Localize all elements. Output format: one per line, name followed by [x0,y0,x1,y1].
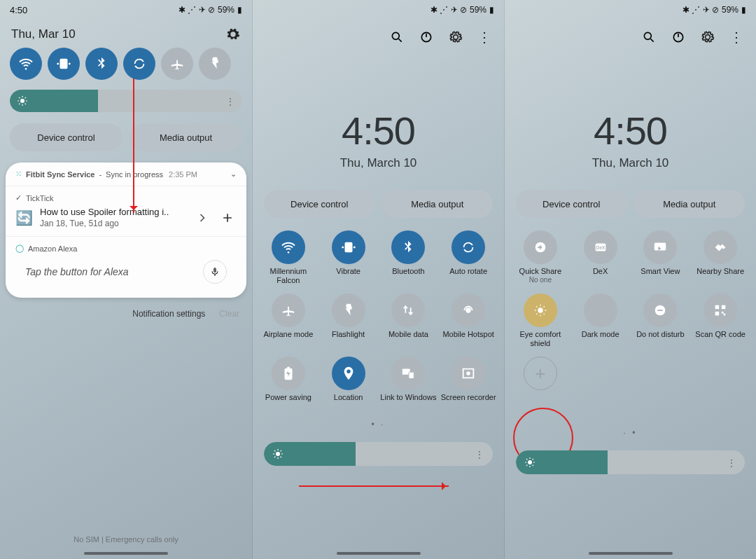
scanqr-icon [704,294,737,327]
brightness-slider[interactable]: ⋮ [264,442,493,466]
brightness-sun-icon [524,457,536,468]
page-indicator: • · [253,417,504,429]
qs-tile-nearbyshare[interactable]: Nearby Share [692,230,749,285]
plus-icon: + [524,357,557,390]
qs-vibrate-toggle[interactable] [48,48,80,80]
device-control-button[interactable]: Device control [264,190,375,218]
qs-flashlight-toggle[interactable] [199,48,231,80]
qs-tile-flashlight[interactable]: Flashlight [320,294,377,348]
qs-tile-screenrec[interactable]: Screen recorder [440,357,497,411]
linkwindows-icon [391,357,425,390]
powersaving-icon [272,357,305,390]
search-icon[interactable] [641,29,657,45]
brightness-slider[interactable]: ⋮ [516,450,745,474]
qs-airplane-toggle[interactable] [161,48,193,80]
nearbyshare-icon [704,230,737,264]
qs-tile-scanqr[interactable]: Scan QR code [692,294,749,348]
shade-date: Thu, Mar 10 [11,27,76,41]
brightness-sun-icon [17,95,28,106]
brightness-more-icon[interactable]: ⋮ [475,449,484,460]
alexa-icon: ◯ [15,244,24,253]
settings-gear-icon[interactable] [225,27,241,42]
media-output-button[interactable]: Media output [130,123,242,151]
qs-tile-dex[interactable]: DeX [572,230,629,285]
media-output-button[interactable]: Media output [634,190,746,218]
more-menu-icon[interactable]: ⋮ [477,34,491,40]
qs-autorotate-toggle[interactable] [123,48,155,80]
qs-tile-smartview[interactable]: Smart View [632,230,690,285]
flashlight-icon [332,294,365,327]
mobiledata-icon [391,294,425,327]
qs-tile-darkmode[interactable]: Dark mode [572,294,629,348]
power-icon[interactable] [419,29,434,45]
hotspot-icon [451,294,485,327]
nav-pill[interactable] [84,552,168,555]
qs-add-tile-button[interactable]: + [512,357,569,411]
chevron-down-icon[interactable]: ⌄ [230,170,237,179]
clock-date: Thu, March 10 [253,156,504,170]
dex-icon [584,230,617,264]
alexa-mic-button[interactable] [203,260,227,284]
chevron-right-icon[interactable] [193,209,211,227]
fitbit-icon: ⁙ [15,170,22,179]
notification-ticktick[interactable]: ✓ TickTick 🔄 How to use Spoiler formatti… [6,186,246,237]
add-task-icon[interactable] [218,209,237,227]
quick-settings-page2-panel: ✱ ⋰ ✈ ⊘ 59%▮ ⋮ 4:50 Thu, March 10 Device… [504,0,756,559]
qs-tile-location[interactable]: Location [320,357,377,411]
qs-wifi-toggle[interactable] [10,48,42,80]
clock-time: 4:50 [505,108,756,153]
notification-settings-link[interactable]: Notification settings [132,309,205,319]
qs-tile-hotspot[interactable]: Mobile Hotspot [440,294,497,348]
dnd-icon [643,294,677,327]
settings-gear-icon[interactable] [700,29,715,45]
status-time: 4:50 [10,5,27,15]
status-bar: 4:50 ✱ ⋰ ✈ ⊘ 59%▮ [0,0,252,20]
qs-tile-wifi[interactable]: Millennium Falcon [260,230,317,285]
media-output-button[interactable]: Media output [382,190,493,218]
power-icon[interactable] [671,29,686,45]
more-menu-icon[interactable]: ⋮ [729,34,743,40]
clear-notifications-link[interactable]: Clear [219,309,239,319]
no-sim-label: No SIM | Emergency calls only [0,535,252,544]
vibrate-icon [332,230,365,264]
qs-tile-autorotate[interactable]: Auto rotate [440,230,497,285]
status-bar: ✱ ⋰ ✈ ⊘ 59%▮ [253,0,504,20]
clock-date: Thu, March 10 [505,156,756,170]
brightness-more-icon[interactable]: ⋮ [727,457,736,469]
qs-tile-linkwindows[interactable]: Link to Windows [380,357,438,411]
settings-gear-icon[interactable] [448,29,463,45]
status-icons: ✱ ⋰ ✈ ⊘ 59%▮ [682,5,746,15]
eyecomfort-icon [524,294,557,327]
screenrec-icon [451,357,485,390]
quick-settings-grid: Millennium FalconVibrateBluetoothAuto ro… [253,225,504,417]
wifi-icon [272,230,305,264]
smartview-icon [643,230,677,264]
qs-tile-powersaving[interactable]: Power saving [260,357,317,411]
notification-fitbit[interactable]: ⁙ Fitbit Sync Service - Sync in progress… [6,163,246,186]
qs-tile-eyecomfort[interactable]: Eye comfort shield [512,294,569,348]
status-icons: ✱ ⋰ ✈ ⊘ 59%▮ [178,5,242,15]
brightness-slider[interactable]: ⋮ [10,90,242,112]
device-control-button[interactable]: Device control [10,123,122,151]
location-icon [332,357,365,390]
airplane-icon [272,294,305,327]
search-icon[interactable] [389,29,405,45]
device-control-button[interactable]: Device control [516,190,627,218]
quick-settings-grid: Quick ShareNo oneDeXSmart ViewNearby Sha… [505,225,756,417]
qs-tile-quickshare[interactable]: Quick ShareNo one [512,230,569,285]
qs-tile-dnd[interactable]: Do not disturb [632,294,690,348]
qs-tile-airplane[interactable]: Airplane mode [260,294,317,348]
nav-pill[interactable] [589,552,673,555]
qs-bluetooth-toggle[interactable] [85,48,118,80]
ticktick-icon: ✓ [15,193,22,202]
qs-tile-vibrate[interactable]: Vibrate [320,230,377,285]
brightness-more-icon[interactable]: ⋮ [225,96,235,107]
notification-alexa[interactable]: ◯ Amazon Alexa Tap the button for Alexa [6,237,246,298]
qs-tile-mobiledata[interactable]: Mobile data [380,294,438,348]
annotation-arrow-right [299,485,449,487]
qs-tile-bluetooth[interactable]: Bluetooth [380,230,438,285]
status-bar: ✱ ⋰ ✈ ⊘ 59%▮ [505,0,756,20]
nav-pill[interactable] [337,552,421,555]
brightness-sun-icon [272,448,284,460]
darkmode-icon [584,294,617,327]
